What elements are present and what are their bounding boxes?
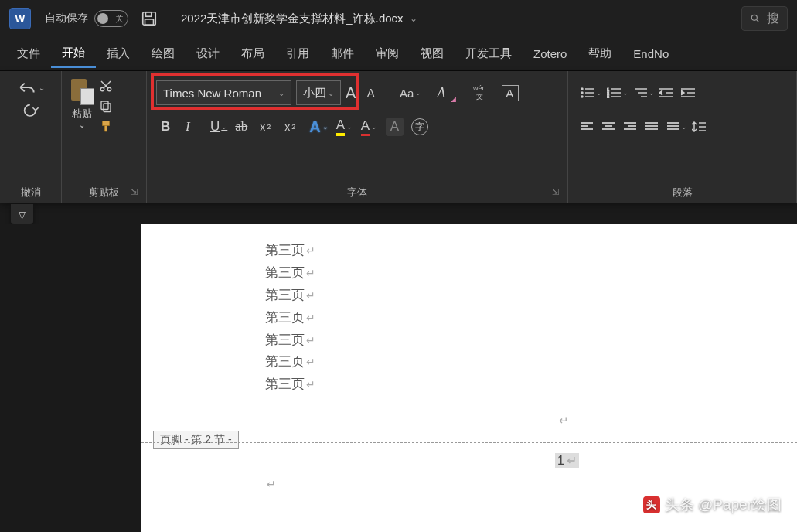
paragraph-group: ⌄ 123⌄ ⌄ ⌄ 段落 <box>568 71 797 203</box>
page-body[interactable]: 第三页↵ 第三页↵ 第三页↵ 第三页↵ 第三页↵ 第三页↵ 第三页↵ <box>141 224 797 404</box>
menu-insert[interactable]: 插入 <box>96 40 141 67</box>
menu-developer[interactable]: 开发工具 <box>455 40 523 67</box>
bullet-list-button[interactable]: ⌄ <box>581 87 602 98</box>
chevron-down-icon: ⌄ <box>328 89 334 97</box>
title-chevron-icon[interactable]: ⌄ <box>410 13 417 24</box>
menu-references[interactable]: 引用 <box>275 40 320 67</box>
char-shading-button[interactable]: A <box>386 118 404 136</box>
menu-zotero[interactable]: Zotero <box>523 41 577 66</box>
title-bar: W 自动保存 关 2022天津市创新奖学金支撑材料_许栋.docx ⌄ 搜 <box>0 0 797 37</box>
increase-indent-button[interactable] <box>681 87 698 98</box>
toggle-state: 关 <box>115 13 124 25</box>
document-area: 第三页↵ 第三页↵ 第三页↵ 第三页↵ 第三页↵ 第三页↵ 第三页↵ ↵ 页脚 … <box>0 224 797 532</box>
clipboard-group-label: 剪贴板 <box>70 182 138 200</box>
paragraph-group-label: 段落 <box>576 182 788 200</box>
font-name-select[interactable]: Times New Roman ⌄ <box>156 80 291 105</box>
align-center-button[interactable] <box>602 122 619 131</box>
collapse-icon: ▽ <box>19 210 26 220</box>
autosave-label: 自动保存 <box>45 12 88 26</box>
svg-point-11 <box>581 88 583 90</box>
menu-mailings[interactable]: 邮件 <box>320 40 365 67</box>
menu-help[interactable]: 帮助 <box>577 40 622 67</box>
strikethrough-button[interactable]: ab <box>235 119 252 135</box>
number-list-button[interactable]: 123⌄ <box>607 87 628 98</box>
menu-review[interactable]: 审阅 <box>365 40 410 67</box>
char-border-button[interactable]: A <box>502 85 519 101</box>
svg-rect-10 <box>104 104 111 112</box>
ribbon-collapse-button[interactable]: ▽ <box>11 204 33 224</box>
align-justify-button[interactable] <box>645 122 662 131</box>
menu-design[interactable]: 设计 <box>186 40 230 67</box>
undo-group-label: 撤消 <box>21 182 41 200</box>
autosave-toggle[interactable]: 关 <box>94 10 128 27</box>
search-placeholder: 搜 <box>767 11 779 27</box>
highlight-button[interactable]: A⌄ <box>336 118 353 136</box>
multilevel-list-button[interactable]: ⌄ <box>633 87 655 98</box>
phonetic-guide-button[interactable]: wén文 <box>471 85 488 101</box>
format-painter-button[interactable] <box>99 119 113 135</box>
ribbon: ⌄ 撤消 粘贴 ⌄ <box>0 71 797 203</box>
save-button[interactable] <box>141 10 158 27</box>
font-size-select[interactable]: 小四 ⌄ <box>296 80 341 105</box>
return-mark-icon: ↵ <box>567 454 577 467</box>
copy-button[interactable] <box>99 99 113 113</box>
font-group: Times New Roman ⌄ 小四 ⌄ A A Aa⌄ A◢ wén文 A <box>147 71 568 203</box>
document-title[interactable]: 2022天津市创新奖学金支撑材料_许栋.docx <box>181 12 404 26</box>
return-mark-icon: ↵ <box>306 244 315 257</box>
svg-text:3: 3 <box>607 95 609 98</box>
menu-endnote[interactable]: EndNo <box>622 41 679 66</box>
document-page[interactable]: 第三页↵ 第三页↵ 第三页↵ 第三页↵ 第三页↵ 第三页↵ 第三页↵ ↵ 页脚 … <box>141 224 797 532</box>
menu-draw[interactable]: 绘图 <box>141 40 186 67</box>
align-distributed-button[interactable]: ⌄ <box>667 122 687 131</box>
menu-file[interactable]: 文件 <box>6 40 51 67</box>
chevron-down-icon: ⌄ <box>39 84 45 92</box>
footer-section-marker[interactable]: 页脚 - 第 2 节 - <box>153 431 239 449</box>
clear-formatting-button[interactable]: A◢ <box>437 85 454 101</box>
grow-font-button[interactable]: A <box>346 84 363 102</box>
enclose-char-button[interactable]: 字 <box>411 118 428 135</box>
menu-view[interactable]: 视图 <box>410 40 455 67</box>
change-case-button[interactable]: Aa⌄ <box>400 87 421 100</box>
svg-point-13 <box>581 92 583 94</box>
subscript-button[interactable]: x2 <box>260 121 277 133</box>
font-launcher[interactable]: ⇲ <box>552 187 563 198</box>
svg-point-15 <box>581 96 583 97</box>
undo-button[interactable]: ⌄ <box>17 79 45 96</box>
line-spacing-button[interactable] <box>692 121 709 132</box>
paste-icon <box>70 76 94 105</box>
svg-rect-2 <box>145 19 154 25</box>
chevron-down-icon: ⌄ <box>79 121 85 129</box>
italic-button[interactable]: I <box>186 119 203 135</box>
page-number-field[interactable]: 1↵ <box>555 453 579 468</box>
margin-corner-icon <box>254 448 267 466</box>
autosave-control[interactable]: 自动保存 关 <box>45 10 128 27</box>
align-left-button[interactable] <box>581 122 598 131</box>
return-mark-icon: ↵ <box>267 478 276 490</box>
menu-layout[interactable]: 布局 <box>230 40 275 67</box>
text-line: 第三页↵ <box>265 240 673 262</box>
text-effects-button[interactable]: A⌄ <box>309 118 328 136</box>
menu-home[interactable]: 开始 <box>51 39 96 68</box>
clipboard-launcher[interactable]: ⇲ <box>131 187 141 198</box>
svg-rect-1 <box>145 12 151 17</box>
return-mark-icon: ↵ <box>559 414 569 428</box>
superscript-button[interactable]: x2 <box>284 121 301 133</box>
decrease-indent-button[interactable] <box>659 87 676 98</box>
svg-rect-9 <box>101 101 108 110</box>
shrink-font-button[interactable]: A <box>367 87 384 99</box>
watermark-icon: 头 <box>643 496 660 513</box>
footer-boundary <box>141 442 797 443</box>
toggle-knob-icon <box>97 13 108 24</box>
menu-bar: 文件 开始 插入 绘图 设计 布局 引用 邮件 审阅 视图 开发工具 Zoter… <box>0 37 797 71</box>
search-box[interactable]: 搜 <box>741 6 788 31</box>
font-color-button[interactable]: A⌄ <box>361 118 378 136</box>
font-group-label: 字体 <box>155 182 560 200</box>
cut-button[interactable] <box>99 79 113 93</box>
text-line: 第三页↵ <box>265 329 673 352</box>
underline-button[interactable]: U⌄ <box>210 119 227 135</box>
bold-button[interactable]: B <box>161 119 178 135</box>
align-right-button[interactable] <box>624 122 641 131</box>
svg-point-3 <box>751 15 757 20</box>
paste-button[interactable]: 粘贴 ⌄ <box>70 76 94 135</box>
redo-button[interactable] <box>22 102 40 121</box>
